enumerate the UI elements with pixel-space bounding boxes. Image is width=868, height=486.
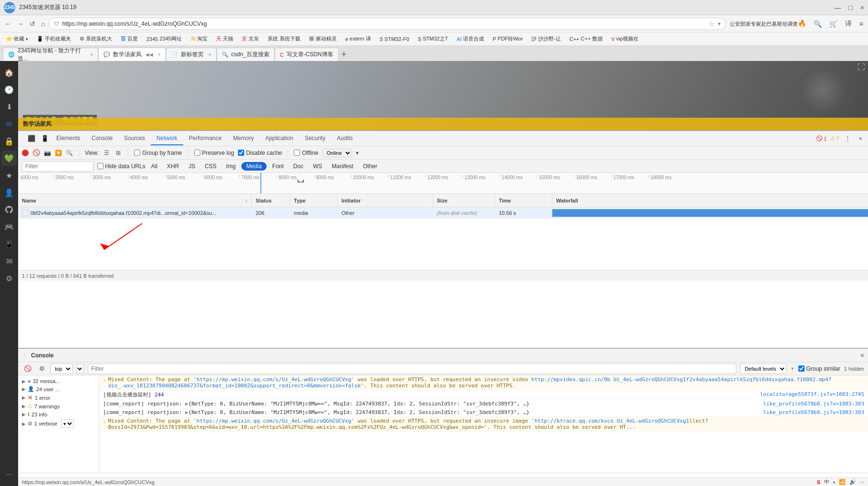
star-button[interactable]: ☆ bbox=[709, 20, 715, 28]
sidebar-item-security[interactable]: 🔒 bbox=[1, 133, 17, 149]
devtools-inspect-button[interactable]: ⬛ bbox=[26, 134, 37, 143]
shopping-button[interactable]: 🛒 bbox=[827, 19, 839, 29]
filter-button[interactable]: 🔽 bbox=[55, 150, 62, 156]
tab-2-active[interactable]: 💬 数学汤家凤 ◀◀ × bbox=[98, 48, 166, 61]
tab-application[interactable]: Application bbox=[259, 132, 299, 145]
tab-close[interactable]: × bbox=[158, 52, 161, 57]
tab-console[interactable]: Console bbox=[86, 132, 118, 145]
timeline-bar[interactable]: 1000 ms 2000 ms 3000 ms 4000 ms 5000 ms bbox=[18, 173, 868, 194]
tab-network[interactable]: Network bbox=[151, 132, 183, 145]
hide-data-urls-label[interactable]: Hide data URLs bbox=[97, 163, 145, 170]
search-button[interactable]: 🔍 bbox=[66, 150, 73, 156]
link[interactable]: 'http://btrace.qq.com/kvco Uz_4eL-wdGzro… bbox=[531, 418, 689, 424]
bookmark-item[interactable]: 23452345网址 bbox=[144, 34, 185, 43]
translate-button[interactable]: 译 bbox=[843, 19, 854, 29]
forward-button[interactable]: → bbox=[15, 18, 26, 30]
tab-1[interactable]: 🌐 2345网址导航 - 致力于打造... × bbox=[3, 48, 98, 61]
bookmark-item[interactable]: ⚙系统装机大 bbox=[77, 34, 115, 43]
minimize-button[interactable]: — bbox=[834, 4, 841, 11]
bookmark-item[interactable]: 淘淘宝 bbox=[187, 34, 210, 43]
console-item-verbose[interactable]: ▶ ⚙ 1 verbose ▾ bbox=[18, 418, 99, 429]
group-by-frame-checkbox[interactable] bbox=[134, 150, 140, 156]
bookmark-item[interactable]: 沙沙沙野-让 bbox=[528, 34, 564, 43]
tab-audits[interactable]: Audits bbox=[331, 132, 358, 145]
bookmark-item[interactable]: PPDF转Wor bbox=[490, 34, 526, 43]
th-type[interactable]: Type bbox=[290, 194, 338, 207]
tab-elements[interactable]: Elements bbox=[51, 132, 86, 145]
sidebar-item-word[interactable]: W bbox=[1, 116, 17, 132]
console-item-info[interactable]: ▶ ℹ 23 info bbox=[18, 410, 99, 418]
throttle-more-button[interactable]: ▾ bbox=[356, 150, 359, 156]
record-button[interactable] bbox=[22, 150, 29, 156]
th-initiator[interactable]: Initiator bbox=[338, 194, 433, 207]
preserve-log-label[interactable]: Preserve log bbox=[194, 150, 234, 156]
filter-manifest-button[interactable]: Manifest bbox=[328, 162, 357, 171]
filter-xhr-button[interactable]: XHR bbox=[163, 162, 183, 171]
console-close-button[interactable]: × bbox=[860, 352, 864, 359]
bookmark-item[interactable]: SSTM32-F0 bbox=[377, 35, 412, 43]
console-clear-button[interactable]: 🚫 bbox=[22, 364, 33, 373]
address-bar[interactable]: 🛡 https://mp.weixin.qq.com/s/Uz_4eL-wdGz… bbox=[49, 18, 725, 30]
expand-icon[interactable]: ▶ bbox=[22, 421, 26, 426]
th-time[interactable]: Time bbox=[495, 194, 552, 207]
tab-performance[interactable]: Performance bbox=[183, 132, 227, 145]
bookmark-dropdown[interactable]: ▾ bbox=[718, 20, 721, 27]
console-filter-input[interactable] bbox=[88, 364, 736, 374]
filter-ws-button[interactable]: WS bbox=[309, 162, 326, 171]
sidebar-item-github[interactable] bbox=[1, 202, 17, 217]
expand-icon[interactable]: ▶ bbox=[22, 404, 26, 409]
back-button[interactable]: ← bbox=[3, 18, 13, 30]
bookmark-item[interactable]: 驱驱动精灵 bbox=[306, 34, 340, 43]
network-table[interactable]: Name ↓ Status Type Initiator Size Time bbox=[18, 194, 868, 270]
tab-3[interactable]: 📄 新标签页 × bbox=[166, 48, 217, 61]
tab-sources[interactable]: Sources bbox=[118, 132, 151, 145]
view-list-button[interactable]: ☰ bbox=[103, 149, 111, 157]
bookmark-item[interactable]: eextern 译 bbox=[342, 34, 374, 43]
link[interactable]: 'https://mp.weixin.qq.com/s/Uz_4eL-wdGzr… bbox=[193, 418, 354, 424]
bookmark-item[interactable]: 百百度 bbox=[118, 34, 141, 43]
refresh-button[interactable]: ↺ bbox=[28, 18, 37, 30]
video-fullscreen-icon[interactable]: ⛶ bbox=[858, 63, 865, 71]
group-by-frame-label[interactable]: Group by frame bbox=[134, 150, 182, 156]
log-link[interactable]: localstorage55871f.js?v=1003:2745 bbox=[760, 391, 864, 397]
tab-4[interactable]: 🔍 csdn_百度搜索 bbox=[217, 48, 275, 61]
home-button[interactable]: ⌂ bbox=[39, 18, 47, 30]
bookmark-item[interactable]: ⭐收藏▾ bbox=[3, 34, 31, 43]
bookmark-item[interactable]: SSTM32之T bbox=[415, 34, 451, 43]
devtools-responsive-button[interactable]: 📱 bbox=[39, 134, 51, 143]
link[interactable]: 'https://mp.weixin.qq.com/s/Uz_4eL-wdGzr… bbox=[193, 376, 354, 383]
th-waterfall[interactable]: Waterfall bbox=[552, 194, 868, 207]
sidebar-item-wechat[interactable]: 💚 bbox=[1, 151, 17, 166]
bookmark-item[interactable]: 系统系统下载 bbox=[265, 34, 303, 43]
view-large-button[interactable]: ⊞ bbox=[114, 149, 122, 157]
restore-button[interactable]: □ bbox=[848, 4, 852, 11]
sidebar-item-history[interactable]: 🕐 bbox=[1, 82, 17, 97]
filter-media-button[interactable]: Media bbox=[241, 162, 267, 171]
disable-cache-label[interactable]: Disable cache bbox=[238, 150, 282, 156]
filter-all-button[interactable]: All bbox=[147, 162, 161, 171]
filter-doc-button[interactable]: Doc bbox=[289, 162, 307, 171]
tab-memory[interactable]: Memory bbox=[227, 132, 259, 145]
console-item-messages[interactable]: ▶ ≡ 32 messa... bbox=[18, 377, 99, 385]
sidebar-item-email[interactable]: ✉ bbox=[1, 253, 17, 269]
tab-close[interactable]: × bbox=[208, 52, 211, 57]
bookmark-item[interactable]: 天天猫 bbox=[213, 34, 236, 43]
filter-img-button[interactable]: Img bbox=[222, 162, 239, 171]
filter-input[interactable] bbox=[22, 161, 93, 172]
console-item-error[interactable]: ▶ ✕ 1 error bbox=[18, 393, 99, 402]
bookmark-item[interactable]: 📱手机收藏夹 bbox=[34, 34, 74, 43]
close-button[interactable]: × bbox=[860, 4, 864, 11]
offline-checkbox[interactable] bbox=[294, 150, 300, 156]
expand-icon[interactable]: ▶ bbox=[22, 395, 26, 400]
th-name[interactable]: Name ↓ bbox=[18, 194, 252, 207]
console-levels-select[interactable]: Default levels bbox=[740, 364, 786, 374]
filter-font-button[interactable]: Font bbox=[269, 162, 288, 171]
bookmark-item[interactable]: Vvip视频在 bbox=[609, 34, 641, 43]
sidebar-item-mobile[interactable]: 📱 bbox=[1, 236, 17, 252]
console-context-more[interactable]: ▾ bbox=[76, 364, 84, 374]
filter-css-button[interactable]: CSS bbox=[201, 162, 220, 171]
sidebar-item-download[interactable]: ⬇ bbox=[1, 99, 17, 114]
verbose-select[interactable]: ▾ bbox=[61, 419, 74, 428]
devtools-more-button[interactable]: ⋮ bbox=[843, 134, 853, 143]
sidebar-item-gaming[interactable]: 🎮 bbox=[1, 219, 17, 234]
